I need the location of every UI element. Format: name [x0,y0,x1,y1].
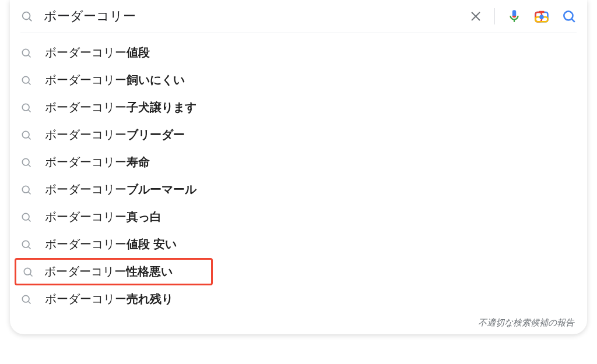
search-icon [20,10,33,23]
suggestion-text: ボーダーコリー 値段 安い [45,236,177,252]
suggestion-item[interactable]: ボーダーコリー ブリーダー [10,121,587,149]
search-icon [20,157,32,168]
search-bar [10,0,587,33]
svg-line-12 [29,55,31,57]
suggestion-bold-text: 寿命 [127,154,150,170]
voice-search-icon[interactable] [507,9,522,24]
svg-line-1 [29,19,31,21]
svg-point-13 [22,76,29,83]
svg-line-18 [29,137,31,139]
svg-line-10 [572,19,575,22]
search-icon [20,211,32,223]
svg-point-23 [22,213,29,220]
report-suggestions-link[interactable]: 不適切な検索候補の報告 [10,315,587,330]
svg-point-11 [22,49,29,56]
suggestion-item[interactable]: ボーダーコリー 値段 [10,39,587,66]
suggestion-base-text: ボーダーコリー [44,264,126,280]
clear-button[interactable] [469,9,483,23]
svg-point-17 [22,131,29,138]
svg-line-26 [29,246,31,249]
suggestion-item[interactable]: ボーダーコリー 値段 安い [10,231,587,258]
suggestion-item[interactable]: ボーダーコリー 性格悪い [15,258,213,285]
suggestion-item[interactable]: ボーダーコリー売れ残り [10,285,587,313]
svg-point-29 [22,295,29,302]
suggestion-text: ボーダーコリー 寿命 [45,154,150,170]
svg-line-30 [29,301,31,303]
search-icon [20,129,32,141]
search-icon [20,47,32,59]
suggestion-item[interactable]: ボーダーコリー 寿命 [10,149,587,176]
suggestion-text: ボーダーコリー ブリーダー [45,127,185,143]
svg-line-16 [29,109,31,112]
svg-point-9 [564,11,573,20]
search-icon [20,75,32,86]
suggestion-bold-text: ブルーマール [127,182,196,197]
svg-point-27 [24,268,31,275]
search-icon [20,294,32,305]
svg-line-22 [29,192,31,194]
suggestion-bold-text: ブリーダー [127,127,185,143]
suggestion-base-text: ボーダーコリー [45,127,127,143]
suggestion-base-text: ボーダーコリー [45,100,127,115]
search-icon [20,184,32,196]
svg-line-28 [30,274,33,276]
suggestion-bold-text: 値段 安い [127,236,177,252]
suggestion-bold-text: 値段 [127,45,150,61]
search-icon [20,239,32,250]
suggestion-bold-text: 真っ白 [127,209,161,225]
svg-point-0 [23,12,30,20]
image-search-icon[interactable] [533,8,550,24]
search-input[interactable] [44,9,469,24]
search-icon [20,102,32,114]
svg-point-7 [539,15,543,19]
suggestion-bold-text: 性格悪い [126,264,173,280]
suggestion-text: ボーダーコリー子犬譲ります [45,100,196,115]
svg-point-15 [22,104,29,111]
svg-line-20 [29,164,31,167]
suggestion-bold-text: 飼いにくい [127,72,185,88]
suggestions-list: ボーダーコリー 値段ボーダーコリー 飼いにくいボーダーコリー子犬譲りますボーダー… [10,33,587,315]
suggestion-base-text: ボーダーコリー [45,45,127,61]
svg-rect-8 [539,11,544,13]
suggestion-base-text: ボーダーコリー [45,209,127,225]
suggestion-base-text: ボーダーコリー [45,291,127,307]
suggestion-item[interactable]: ボーダーコリー ブルーマール [10,176,587,203]
suggestion-text: ボーダーコリー 真っ白 [45,209,161,225]
suggestion-text: ボーダーコリー 値段 [45,45,150,61]
suggestion-base-text: ボーダーコリー [45,72,127,88]
svg-line-24 [29,219,31,221]
suggestion-bold-text: 売れ残り [127,291,173,307]
suggestion-text: ボーダーコリー売れ残り [45,291,173,307]
svg-line-14 [29,82,31,84]
suggestion-text: ボーダーコリー 性格悪い [44,264,173,280]
divider [494,8,495,24]
suggestion-text: ボーダーコリー ブルーマール [45,182,196,197]
suggestion-item[interactable]: ボーダーコリー子犬譲ります [10,94,587,121]
svg-point-21 [22,186,29,193]
search-button[interactable] [561,9,577,24]
search-icon [22,266,34,278]
svg-point-19 [22,158,29,165]
suggestion-base-text: ボーダーコリー [45,236,127,252]
search-actions [469,8,577,24]
suggestion-item[interactable]: ボーダーコリー 飼いにくい [10,66,587,94]
search-dropdown: ボーダーコリー 値段ボーダーコリー 飼いにくいボーダーコリー子犬譲りますボーダー… [10,0,587,334]
suggestion-base-text: ボーダーコリー [45,154,127,170]
suggestion-item[interactable]: ボーダーコリー 真っ白 [10,203,587,231]
suggestion-bold-text: 子犬譲ります [127,100,196,115]
suggestion-base-text: ボーダーコリー [45,182,127,197]
svg-point-25 [22,241,29,248]
suggestion-text: ボーダーコリー 飼いにくい [45,72,185,88]
